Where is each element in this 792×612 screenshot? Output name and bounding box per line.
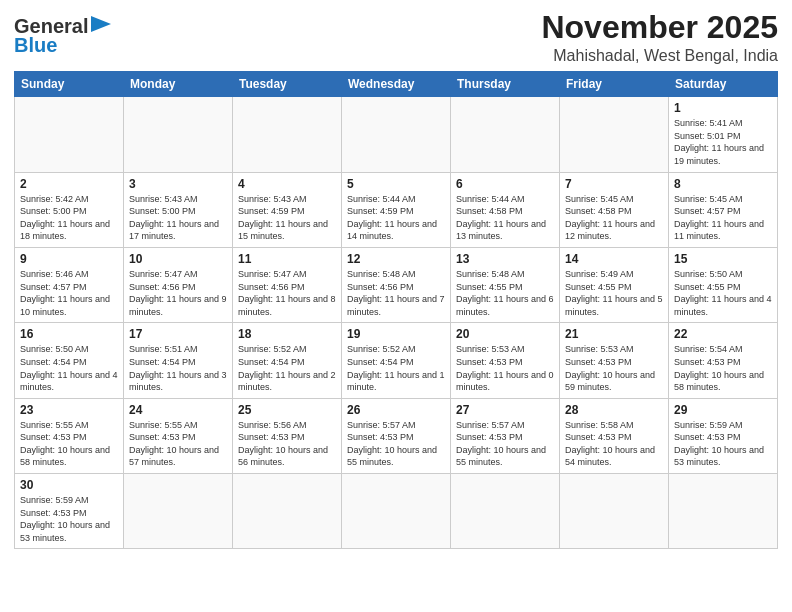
day-number: 8: [674, 177, 772, 191]
day-info: Sunrise: 5:43 AM Sunset: 5:00 PM Dayligh…: [129, 193, 227, 243]
page: General Blue November 2025 Mahishadal, W…: [0, 0, 792, 612]
logo-triangle-icon: [91, 14, 113, 34]
day-info: Sunrise: 5:45 AM Sunset: 4:58 PM Dayligh…: [565, 193, 663, 243]
header-saturday: Saturday: [669, 72, 778, 97]
day-info: Sunrise: 5:44 AM Sunset: 4:58 PM Dayligh…: [456, 193, 554, 243]
day-info: Sunrise: 5:43 AM Sunset: 4:59 PM Dayligh…: [238, 193, 336, 243]
table-row: [15, 97, 124, 172]
table-row: 18Sunrise: 5:52 AM Sunset: 4:54 PM Dayli…: [233, 323, 342, 398]
table-row: 17Sunrise: 5:51 AM Sunset: 4:54 PM Dayli…: [124, 323, 233, 398]
day-number: 26: [347, 403, 445, 417]
table-row: [560, 474, 669, 549]
table-row: 4Sunrise: 5:43 AM Sunset: 4:59 PM Daylig…: [233, 172, 342, 247]
day-info: Sunrise: 5:59 AM Sunset: 4:53 PM Dayligh…: [20, 494, 118, 544]
day-number: 12: [347, 252, 445, 266]
day-info: Sunrise: 5:55 AM Sunset: 4:53 PM Dayligh…: [20, 419, 118, 469]
day-number: 5: [347, 177, 445, 191]
day-info: Sunrise: 5:53 AM Sunset: 4:53 PM Dayligh…: [565, 343, 663, 393]
calendar-week-row: 23Sunrise: 5:55 AM Sunset: 4:53 PM Dayli…: [15, 398, 778, 473]
calendar-table: Sunday Monday Tuesday Wednesday Thursday…: [14, 71, 778, 549]
header-sunday: Sunday: [15, 72, 124, 97]
calendar-title: November 2025: [541, 10, 778, 45]
day-info: Sunrise: 5:55 AM Sunset: 4:53 PM Dayligh…: [129, 419, 227, 469]
table-row: [233, 474, 342, 549]
day-number: 23: [20, 403, 118, 417]
calendar-week-row: 30Sunrise: 5:59 AM Sunset: 4:53 PM Dayli…: [15, 474, 778, 549]
table-row: 10Sunrise: 5:47 AM Sunset: 4:56 PM Dayli…: [124, 247, 233, 322]
table-row: [560, 97, 669, 172]
calendar-week-row: 1Sunrise: 5:41 AM Sunset: 5:01 PM Daylig…: [15, 97, 778, 172]
calendar-week-row: 2Sunrise: 5:42 AM Sunset: 5:00 PM Daylig…: [15, 172, 778, 247]
table-row: 7Sunrise: 5:45 AM Sunset: 4:58 PM Daylig…: [560, 172, 669, 247]
header-monday: Monday: [124, 72, 233, 97]
calendar-week-row: 16Sunrise: 5:50 AM Sunset: 4:54 PM Dayli…: [15, 323, 778, 398]
day-number: 2: [20, 177, 118, 191]
table-row: 19Sunrise: 5:52 AM Sunset: 4:54 PM Dayli…: [342, 323, 451, 398]
day-info: Sunrise: 5:47 AM Sunset: 4:56 PM Dayligh…: [129, 268, 227, 318]
day-info: Sunrise: 5:57 AM Sunset: 4:53 PM Dayligh…: [456, 419, 554, 469]
table-row: 6Sunrise: 5:44 AM Sunset: 4:58 PM Daylig…: [451, 172, 560, 247]
table-row: 30Sunrise: 5:59 AM Sunset: 4:53 PM Dayli…: [15, 474, 124, 549]
table-row: 23Sunrise: 5:55 AM Sunset: 4:53 PM Dayli…: [15, 398, 124, 473]
table-row: 15Sunrise: 5:50 AM Sunset: 4:55 PM Dayli…: [669, 247, 778, 322]
day-number: 9: [20, 252, 118, 266]
day-number: 17: [129, 327, 227, 341]
table-row: 5Sunrise: 5:44 AM Sunset: 4:59 PM Daylig…: [342, 172, 451, 247]
table-row: [233, 97, 342, 172]
day-info: Sunrise: 5:52 AM Sunset: 4:54 PM Dayligh…: [347, 343, 445, 393]
day-number: 4: [238, 177, 336, 191]
day-info: Sunrise: 5:42 AM Sunset: 5:00 PM Dayligh…: [20, 193, 118, 243]
day-info: Sunrise: 5:46 AM Sunset: 4:57 PM Dayligh…: [20, 268, 118, 318]
table-row: 2Sunrise: 5:42 AM Sunset: 5:00 PM Daylig…: [15, 172, 124, 247]
day-number: 3: [129, 177, 227, 191]
day-number: 6: [456, 177, 554, 191]
title-section: November 2025 Mahishadal, West Bengal, I…: [541, 10, 778, 65]
day-info: Sunrise: 5:47 AM Sunset: 4:56 PM Dayligh…: [238, 268, 336, 318]
day-info: Sunrise: 5:59 AM Sunset: 4:53 PM Dayligh…: [674, 419, 772, 469]
table-row: 20Sunrise: 5:53 AM Sunset: 4:53 PM Dayli…: [451, 323, 560, 398]
table-row: 28Sunrise: 5:58 AM Sunset: 4:53 PM Dayli…: [560, 398, 669, 473]
table-row: 14Sunrise: 5:49 AM Sunset: 4:55 PM Dayli…: [560, 247, 669, 322]
day-number: 7: [565, 177, 663, 191]
day-number: 15: [674, 252, 772, 266]
table-row: 3Sunrise: 5:43 AM Sunset: 5:00 PM Daylig…: [124, 172, 233, 247]
table-row: 21Sunrise: 5:53 AM Sunset: 4:53 PM Dayli…: [560, 323, 669, 398]
table-row: [342, 474, 451, 549]
day-info: Sunrise: 5:50 AM Sunset: 4:55 PM Dayligh…: [674, 268, 772, 318]
day-info: Sunrise: 5:51 AM Sunset: 4:54 PM Dayligh…: [129, 343, 227, 393]
table-row: 9Sunrise: 5:46 AM Sunset: 4:57 PM Daylig…: [15, 247, 124, 322]
day-info: Sunrise: 5:53 AM Sunset: 4:53 PM Dayligh…: [456, 343, 554, 393]
day-number: 30: [20, 478, 118, 492]
logo-blue: Blue: [14, 34, 57, 57]
header-friday: Friday: [560, 72, 669, 97]
calendar-subtitle: Mahishadal, West Bengal, India: [541, 47, 778, 65]
day-number: 13: [456, 252, 554, 266]
table-row: [124, 97, 233, 172]
table-row: 8Sunrise: 5:45 AM Sunset: 4:57 PM Daylig…: [669, 172, 778, 247]
day-info: Sunrise: 5:57 AM Sunset: 4:53 PM Dayligh…: [347, 419, 445, 469]
table-row: [342, 97, 451, 172]
table-row: 29Sunrise: 5:59 AM Sunset: 4:53 PM Dayli…: [669, 398, 778, 473]
day-info: Sunrise: 5:52 AM Sunset: 4:54 PM Dayligh…: [238, 343, 336, 393]
table-row: 27Sunrise: 5:57 AM Sunset: 4:53 PM Dayli…: [451, 398, 560, 473]
day-info: Sunrise: 5:48 AM Sunset: 4:55 PM Dayligh…: [456, 268, 554, 318]
day-number: 11: [238, 252, 336, 266]
day-info: Sunrise: 5:56 AM Sunset: 4:53 PM Dayligh…: [238, 419, 336, 469]
day-number: 10: [129, 252, 227, 266]
day-number: 29: [674, 403, 772, 417]
table-row: [124, 474, 233, 549]
table-row: 12Sunrise: 5:48 AM Sunset: 4:56 PM Dayli…: [342, 247, 451, 322]
table-row: [451, 474, 560, 549]
day-number: 27: [456, 403, 554, 417]
svg-marker-0: [91, 16, 111, 32]
calendar-week-row: 9Sunrise: 5:46 AM Sunset: 4:57 PM Daylig…: [15, 247, 778, 322]
table-row: 13Sunrise: 5:48 AM Sunset: 4:55 PM Dayli…: [451, 247, 560, 322]
table-row: [451, 97, 560, 172]
day-info: Sunrise: 5:58 AM Sunset: 4:53 PM Dayligh…: [565, 419, 663, 469]
day-number: 1: [674, 101, 772, 115]
header: General Blue November 2025 Mahishadal, W…: [14, 10, 778, 65]
header-tuesday: Tuesday: [233, 72, 342, 97]
day-number: 18: [238, 327, 336, 341]
day-info: Sunrise: 5:41 AM Sunset: 5:01 PM Dayligh…: [674, 117, 772, 167]
table-row: [669, 474, 778, 549]
